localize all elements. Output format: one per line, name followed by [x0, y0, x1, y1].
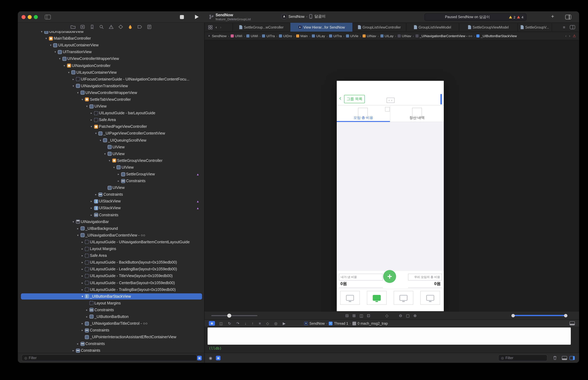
editor-tab[interactable]: GroupListViewModel	[406, 23, 459, 32]
app-nav-bar[interactable]: ‹ 그룹 목록 ○ ○	[337, 93, 444, 105]
disclosure-icon[interactable]: ▾	[85, 105, 89, 108]
tree-row[interactable]: ▾UINavigationController	[18, 62, 204, 69]
group-list-title[interactable]: 그룹 목록	[344, 95, 365, 103]
scheme-selector[interactable]: A SendNow › 담곰이	[282, 14, 325, 19]
issue-warning-icon[interactable]: ⚠	[573, 34, 576, 38]
visible-range-slider[interactable]	[512, 315, 567, 316]
runtime-issue-icon[interactable]: ▲	[196, 172, 199, 176]
tree-row[interactable]: ▸Safe Area	[18, 116, 204, 123]
variables-view[interactable]	[208, 327, 571, 345]
stop-button[interactable]	[180, 15, 184, 19]
disclosure-icon[interactable]: ▾	[67, 71, 70, 74]
tree-row[interactable]: ▸SettleGroupView▲	[18, 171, 204, 178]
show-clipped-content-icon[interactable]: ⊟	[345, 313, 349, 318]
debug-hierarchy-icon[interactable]: ≡	[259, 321, 261, 325]
editor-tab[interactable]: SettleGroup...wController	[232, 23, 290, 32]
tab-item-2[interactable]	[367, 291, 386, 305]
breadcrumb-item[interactable]: _UIButtonBarStackView	[477, 34, 517, 38]
disclosure-icon[interactable]: ▾	[90, 125, 93, 128]
disclosure-icon[interactable]: ▸	[76, 342, 80, 345]
disclosure-icon[interactable]: ▾	[58, 57, 61, 60]
tree-row[interactable]: ▸UIFocusContainerGuide - UINavigationCon…	[18, 76, 204, 82]
segment-right-label[interactable]: 정산 내역	[390, 115, 444, 120]
breakpoints-toggle-icon[interactable]: ◫	[219, 321, 223, 325]
breadcrumb-item[interactable]: UILay	[312, 34, 325, 38]
tree-row[interactable]: ▸_UIButtonBarButton	[18, 313, 204, 320]
debug-frame-crumb[interactable]: 0 mach_msg2_trap	[358, 322, 388, 325]
disclosure-icon[interactable]: ▸	[81, 288, 84, 291]
navigator-filter-input[interactable]: ◎ Filter	[21, 355, 197, 361]
memory-graph-icon[interactable]: ◇	[266, 321, 269, 325]
disclosure-icon[interactable]: ▾	[81, 98, 84, 101]
recent-files-icon[interactable]	[208, 25, 212, 29]
forward-chevron-icon[interactable]: ›	[569, 34, 570, 38]
disclosure-icon[interactable]: ▸	[90, 213, 93, 216]
show-constraints-icon[interactable]: ⊞	[352, 313, 356, 318]
disclosure-icon[interactable]: ▸	[94, 193, 98, 196]
inspector-toggle-icon[interactable]	[569, 356, 575, 360]
hide-console-icon[interactable]	[562, 356, 567, 360]
back-chevron-icon[interactable]: ‹	[339, 95, 341, 102]
breadcrumb-item[interactable]: Main	[296, 34, 308, 38]
tree-row[interactable]: Layout Margins	[18, 300, 204, 306]
tree-row[interactable]: ▾UITransitionView	[18, 49, 204, 56]
run-button[interactable]	[195, 15, 199, 19]
debug-navigator-icon[interactable]	[127, 24, 133, 29]
spacing-slider[interactable]	[211, 315, 257, 316]
runtime-issue-icon[interactable]: ▲	[196, 200, 199, 203]
tree-row[interactable]: ▸_UIBarBackground	[18, 225, 204, 232]
tree-row[interactable]: UIView	[18, 144, 204, 150]
disclosure-icon[interactable]: ▸	[85, 308, 89, 311]
disclosure-icon[interactable]: ▾	[99, 139, 102, 142]
reports-icon[interactable]	[146, 24, 152, 29]
tree-row[interactable]: ▸Layout Margins	[18, 246, 204, 252]
breakpoints-icon[interactable]	[137, 24, 142, 29]
tab-item-4[interactable]	[420, 291, 440, 305]
tree-row[interactable]: ▾UIView	[18, 150, 204, 157]
search-icon[interactable]	[99, 24, 104, 29]
disclosure-icon[interactable]: ▸	[81, 254, 84, 257]
tree-row[interactable]: ▾UINavigationBar	[18, 218, 204, 225]
step-into-icon[interactable]: ↓	[245, 321, 246, 325]
simulate-location-icon[interactable]: ▶	[283, 321, 285, 325]
disclosure-icon[interactable]: ▸	[90, 200, 93, 203]
range-handle-right[interactable]	[564, 314, 568, 317]
tree-row[interactable]: ▸Safe Area	[18, 252, 204, 259]
tree-row[interactable]: ▸UILayoutGuide - LeadingBar(layout=0x105…	[18, 266, 204, 273]
tree-row[interactable]: ▾UIViewControllerWrapperView	[18, 89, 204, 96]
disclosure-icon[interactable]: ▾	[76, 91, 80, 94]
app-segmented-control[interactable]: 모임 총 비용 정산 내역	[337, 105, 444, 122]
zoom-in-icon[interactable]: ⊕	[413, 313, 417, 318]
console-layout-icon[interactable]: ▦	[216, 356, 221, 360]
disclosure-icon[interactable]: ▸	[85, 315, 89, 318]
breadcrumb-item[interactable]: UILay	[380, 34, 393, 38]
warning-count[interactable]: 2	[514, 15, 515, 19]
disclosure-icon[interactable]: ▸	[81, 274, 84, 278]
editor-tab[interactable]: SettleGroupViewModel	[459, 23, 518, 32]
trash-icon[interactable]	[553, 355, 557, 361]
back-chevron-icon[interactable]: ‹	[565, 34, 567, 38]
tree-row[interactable]: ▸Constraints	[18, 191, 204, 198]
tree-row[interactable]: ▸Constraints	[18, 347, 204, 353]
console-filter-input[interactable]: ◎ Filter	[498, 355, 547, 361]
disclosure-icon[interactable]: ▾	[103, 152, 107, 155]
tree-row[interactable]: ▸Constraints	[18, 341, 204, 347]
disclosure-icon[interactable]: ▾	[40, 31, 43, 33]
zoom-out-icon[interactable]: ⊖	[399, 313, 402, 318]
tree-row[interactable]: ▸UIStackView▲	[18, 198, 204, 205]
disclosure-icon[interactable]: ▸	[90, 118, 93, 121]
minimap-options-icon[interactable]: ≡	[563, 25, 565, 30]
bookmarks-icon[interactable]	[89, 24, 95, 29]
disclosure-icon[interactable]: ▸	[81, 241, 84, 244]
editor-tab[interactable]: GroupListViewController	[353, 23, 406, 32]
disclosure-icon[interactable]: ▾	[49, 44, 52, 47]
back-button[interactable]: ‹	[216, 25, 217, 30]
tree-row[interactable]: ▾MainTabBarController	[18, 35, 204, 42]
tree-row[interactable]: ▸Constraints	[18, 178, 204, 184]
close-button[interactable]	[21, 15, 25, 19]
split-editor-icon[interactable]	[570, 25, 575, 29]
tree-row[interactable]: ▾SettleGroupViewController	[18, 157, 204, 164]
issues-icon[interactable]	[108, 24, 114, 29]
tree-row[interactable]: ▸UILayoutGuide - TrailingBar(layout=0x10…	[18, 286, 204, 293]
debug-canvas[interactable]: ‹ 그룹 목록 ○ ○ 모임 총 비용 정산 내역	[204, 40, 579, 311]
